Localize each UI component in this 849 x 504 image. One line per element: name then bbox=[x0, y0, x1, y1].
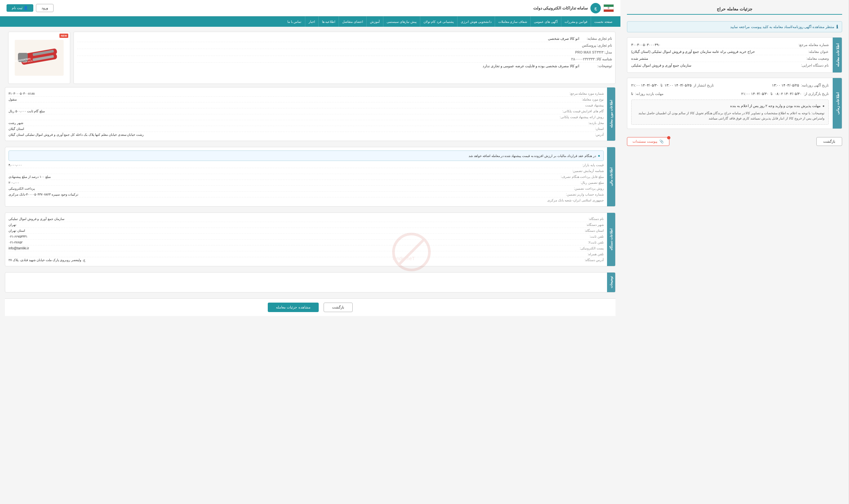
product-image-svg: PROFESSIONAL HAIR IRON bbox=[15, 40, 64, 76]
product-desc-label: توضیحات: bbox=[579, 64, 612, 68]
device-phone-row: تلفن ثابت: ۰۲۱-۶۶۷۵۳۳۳۱ bbox=[8, 234, 604, 239]
deal-ref-label: شماره مورد معامله مرجع: bbox=[565, 92, 604, 95]
province-row: استان: استان گیلان bbox=[8, 126, 604, 132]
time-row-2: تاریخ بازگزاری از: ۱۴۰۳/۰۵/۳۰ ۰۸:۰۲ تا ۱… bbox=[631, 90, 829, 97]
deal-info-content: شماره مورد معامله مرجع: ۳۱۰۳۰۰۰۵۰۳۰۰۸۱۸۸… bbox=[5, 88, 607, 141]
device-name-row: نام دستگاه: سازمان جمع آوری و فروش اموال… bbox=[8, 216, 604, 222]
product-code-label: شناسه کالا: ۲۸۰۰۰۰۲۳۲۳۳۳ bbox=[571, 57, 612, 61]
nav-item-prereq[interactable]: پیش نیازهای سیستمی bbox=[383, 16, 420, 27]
auction-info-content: شماره معامله مرجع: ۳۰۰۳۰۰۵۰۳۰۰۰۳۹۰ عنوان… bbox=[627, 38, 833, 72]
financial-notice: ● در هنگام عقد قرارداد، مالیات بر ارزش ا… bbox=[8, 150, 604, 161]
financial-section-label: اطلاعات مالی bbox=[607, 147, 615, 206]
nav-item-transparency[interactable]: شفاف سازی معاملات bbox=[495, 16, 531, 27]
device-section-label: اطلاعات دستگاه bbox=[607, 213, 615, 266]
attach-button[interactable]: 📎 پیوست مستندات bbox=[627, 137, 669, 146]
nav-right: ☪ ج سامانه تداراکات الکترونیکی دولت bbox=[533, 3, 614, 13]
footer-detail-button[interactable]: مشاهده جزئیات معامله bbox=[268, 303, 318, 312]
province-val: استان گیلان bbox=[8, 127, 24, 130]
time-val-1: ۱۴۰۳/۰۵/۲۵ ۱۳:۰۰ bbox=[772, 83, 799, 87]
deal-info-card: اطلاعات مورد معامله شماره مورد معامله مر… bbox=[5, 87, 616, 141]
info-row-2: عنوان معامله: حراج خرید فروشی براه عامه … bbox=[631, 48, 829, 55]
attach-icon: 📎 bbox=[659, 139, 664, 144]
device-phone2-label: تلفن ثابت۲: bbox=[565, 240, 604, 244]
device-name-label: نام دستگاه: bbox=[565, 217, 604, 221]
product-desc-row: توضیحات: اتو کالا مصرف شخصی بوده و قابلی… bbox=[77, 63, 612, 69]
login-button[interactable]: ورود bbox=[36, 4, 54, 12]
site-title: سامانه تداراکات الکترونیکی دولت bbox=[533, 6, 588, 11]
product-name-val: اتو کالا صرف شخصی bbox=[77, 37, 579, 40]
time-info-label: اطلاعات زمانی bbox=[833, 78, 842, 129]
deal-ref-val: ۳۱۰۳۰۰۰۵۰۳۰۰۸۱۸۸ bbox=[8, 92, 35, 95]
product-info-main: نام تجاری مشابه: اتو کالا صرف شخصی نام ت… bbox=[73, 32, 616, 84]
fin-payment-method-label: روش پرداخت تضمین: bbox=[565, 187, 604, 190]
row2-label: عنوان معامله: bbox=[808, 50, 829, 54]
nav-item-home[interactable]: صفحه نخست bbox=[591, 16, 616, 27]
attach-label: پیوست مستندات bbox=[633, 139, 657, 144]
time-row-1: تاریخ آگهی روزنامه: ۱۴۰۳/۰۵/۲۵ ۱۳:۰۰ تار… bbox=[631, 82, 829, 88]
device-address-row: آدرس دستگاه: ج. ولیعصر روبروی پارک ملت خ… bbox=[8, 257, 604, 263]
address-row: آدرس: رشت خیابان سعدی خیابان معلم کنها پ… bbox=[8, 132, 604, 138]
row4-value: سازمان جمع آوری و فروش اموال تملیکی bbox=[631, 63, 691, 67]
device-email-label: پست الکترونیکی: bbox=[565, 247, 604, 250]
nav-item-notices[interactable]: اطلاعیه ها bbox=[318, 16, 339, 27]
nav-item-contact[interactable]: تماس با ما bbox=[284, 16, 305, 27]
time-entry-4: مهلت بازدید روزانه: تا bbox=[631, 92, 664, 96]
left-panel-title: جزئیات معامله حراج bbox=[627, 6, 842, 15]
nav-item-student[interactable]: دانشجویی هوش انرژی bbox=[457, 16, 495, 27]
product-category-row: نام تجاری: پروسکس bbox=[77, 42, 612, 49]
row2-value: حراج خرید فروشی براه عامه سازمان جمع آور… bbox=[631, 50, 755, 54]
time-label-4: مهلت بازدید روزانه: bbox=[635, 92, 664, 96]
time-label-2: تاریخ انتشار از bbox=[693, 83, 714, 87]
nav-item-news[interactable]: اخبار bbox=[305, 16, 318, 27]
notice-sub: توضیحات: با توجه به اعلام به اطلاع مشخصا… bbox=[635, 111, 825, 121]
product-image-area: NEW PROFESSIONAL bbox=[5, 32, 70, 84]
flag-emblem: ☪ bbox=[608, 6, 610, 10]
price-step-val: مبلغ گام ثابت ۵۰۰،۰۰۰ ریال bbox=[8, 109, 45, 113]
new-badge: NEW bbox=[59, 34, 68, 38]
product-model-label: مدل: PRO MAX ST۳۳/۳ bbox=[575, 50, 612, 54]
time-val-5: ۱۴۰۳/۰۵/۳۰ ۲۱:۰۰ bbox=[741, 92, 769, 96]
fin-payment-label: مبلغ قابل پرداخت هنگام تصرف: bbox=[561, 175, 604, 179]
device-city-row: شهر دستگاه: تهران bbox=[8, 222, 604, 228]
time-entry-3: تاریخ بازگزاری از: ۱۴۰۳/۰۵/۳۰ ۰۸:۰۲ تا ۱… bbox=[741, 92, 829, 96]
auction-info-label: اطلاعات معامله bbox=[833, 38, 842, 72]
fin-payment-val: مبلغ ۱۰۰ درصد از مبلغ پیشنهادی bbox=[8, 175, 51, 179]
fin-bank-row: جمهوری اسلامی ایران- شعبه بانک مرکزی bbox=[8, 197, 604, 203]
time-label-1: تاریخ آگهی روزنامه: bbox=[801, 83, 829, 87]
product-row: نام تجاری مشابه: اتو کالا صرف شخصی نام ت… bbox=[5, 32, 616, 84]
row1-label: شماره معامله مرجع: bbox=[798, 43, 829, 47]
deal-ref-row: شماره مورد معامله مرجع: ۳۱۰۳۰۰۰۵۰۳۰۰۸۱۸۸ bbox=[8, 91, 604, 96]
notice-text-1: مهلت پذیرش بنده بودن و وارید وجه ۲ روز پ… bbox=[730, 103, 820, 109]
fin-guarantee-amount-row: مبلغ تضمین ریال: ۲۰۰،۰۰۰ bbox=[8, 180, 604, 186]
product-model-row: مدل: PRO MAX ST۳۳/۳ bbox=[77, 49, 612, 56]
nav-item-members[interactable]: اعضای متقاضل bbox=[339, 16, 366, 27]
time-val-3: ۱۴۰۳/۰۵/۳۰ ۲۱:۰۰ bbox=[631, 83, 659, 87]
product-name-label: نام تجاری مشابه: bbox=[579, 37, 612, 40]
price-step-label: گام های افزایش قیمت پلکانی: bbox=[562, 109, 604, 113]
bullet-1: ● bbox=[823, 103, 825, 109]
footer-back-button[interactable]: بازگشت bbox=[324, 303, 353, 312]
fin-account-val: ترکیبات وجود سپیره ۴۰۰۰۰۵۰۴۳۷۰۷۸۲۳-بانک … bbox=[8, 193, 78, 196]
info-row-1: شماره معامله مرجع: ۳۰۰۳۰۰۵۰۳۰۰۰۳۹۰ bbox=[631, 41, 829, 48]
fin-account-label: شماره حساب واریز تضمین: bbox=[565, 193, 604, 196]
nav-item-support[interactable]: پشتیبانی فرد کام تولان bbox=[420, 16, 457, 27]
device-city-val: تهران bbox=[8, 223, 16, 227]
device-phone-val: ۰۲۱-۶۶۷۵۳۳۳۱ bbox=[8, 235, 28, 238]
financial-content: ● در هنگام عقد قرارداد، مالیات بر ارزش ا… bbox=[5, 147, 607, 206]
product-category-val bbox=[77, 43, 579, 47]
nav-item-education[interactable]: آموزش bbox=[366, 16, 383, 27]
location-row: محل بازدید: شهر رشت bbox=[8, 120, 604, 126]
left-back-button[interactable]: بازگشت bbox=[816, 137, 842, 146]
product-desc-val: اتو کالا مصرف شخصی بوده و قابلیت عرضه عم… bbox=[77, 64, 579, 68]
device-mobile-label: تلفن همراه: bbox=[565, 252, 604, 256]
device-email-val: info@tamliki.ir bbox=[8, 247, 29, 250]
time-to-1: تا bbox=[660, 83, 662, 87]
nav-item-ads[interactable]: آگهی های عمومی bbox=[530, 16, 561, 27]
nav-item-rules[interactable]: قوانین و مقررات bbox=[561, 16, 591, 27]
fin-base-price-row: قیمت پایه بازار: ۴،۰۰۰،۰۰۰ bbox=[8, 162, 604, 168]
row1-value: ۳۰۰۳۰۰۵۰۳۰۰۰۳۹۰ bbox=[631, 43, 660, 47]
deal-price-label-row: پیشنهاد قیمت bbox=[8, 103, 604, 108]
top-nav: ☪ ج سامانه تداراکات الکترونیکی دولت ورود… bbox=[0, 0, 620, 16]
device-phone2-row: تلفن ثابت۲: ۰۲۱-۲۷۶۵۲ bbox=[8, 239, 604, 246]
register-button[interactable]: 👤 ثبت نام bbox=[6, 4, 33, 12]
